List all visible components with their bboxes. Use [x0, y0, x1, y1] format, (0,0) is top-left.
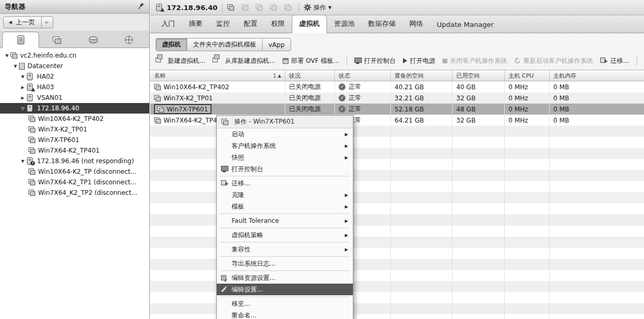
menu-item-export-logs[interactable]: 导出系统日志... — [217, 258, 353, 269]
expander-icon[interactable]: ▼ — [3, 53, 11, 58]
navigator-panel: 导航器 ◀ 上一页 ▶ ▼ vc2.heinfo.edu.cn ▼ Datace… — [0, 0, 150, 319]
tree-item-datacenter[interactable]: ▼ Datacenter — [0, 61, 149, 71]
menu-item-guest-os[interactable]: 客户机操作系统 ▶ — [217, 140, 353, 152]
tab-resource-pools[interactable]: 资源池 — [327, 15, 361, 33]
power-on-vm-icon[interactable] — [256, 4, 263, 11]
menu-item-power[interactable]: 启动 ▶ — [217, 128, 353, 140]
tab-getting-started[interactable]: 入门 — [155, 15, 182, 33]
vm-icon — [154, 84, 161, 90]
create-vm-icon[interactable] — [227, 4, 234, 11]
menu-item-open-console[interactable]: 打开控制台 — [217, 163, 353, 175]
table-row[interactable]: Win10X64-K2_TP402 已关闭电源 正常 40.21 GB 40 G… — [150, 81, 644, 92]
tab-datastores[interactable]: 数据存储 — [361, 15, 402, 33]
table-row-selected[interactable]: Win7X-TP601 已关闭电源 正常 52.18 GB 48 GB 0 MH… — [150, 104, 644, 115]
host-icon — [17, 35, 24, 44]
vm-icon — [28, 190, 35, 196]
tree-item-label: 172.18.96.46 (not responding) — [37, 157, 134, 165]
expander-icon[interactable]: ▶ — [19, 96, 26, 100]
header-actions-label: 操作 — [313, 3, 326, 12]
menu-item-snapshots[interactable]: 快照 ▶ — [217, 152, 353, 163]
context-menu-title: 操作 - Win7X-TP601 — [234, 117, 294, 126]
tree-item-172-18-96-40[interactable]: ▽ 172.18.96.40 — [0, 103, 149, 114]
tree-item-ha02[interactable]: ▼ HA02 — [0, 71, 149, 82]
tab-networking[interactable] — [111, 32, 147, 48]
subtab-vapp[interactable]: vApp — [263, 39, 291, 51]
tab-hosts-and-clusters[interactable] — [2, 32, 39, 48]
tab-vms-and-templates[interactable] — [39, 32, 75, 48]
migrate-icon — [221, 180, 228, 186]
tab-permissions[interactable]: 权限 — [264, 15, 292, 33]
expander-icon[interactable]: ▽ — [19, 106, 26, 111]
header-actions-button[interactable]: 操作 ▼ — [304, 3, 331, 12]
tree-item-vm[interactable]: Win7X64-K2_TP1 (disconnect... — [0, 177, 149, 187]
submenu-arrow-icon: ▶ — [345, 144, 348, 148]
tree-item-vm[interactable]: Win7X64_K2_TP2 (disconnect... — [0, 187, 149, 198]
submenu-arrow-icon: ▶ — [345, 204, 348, 209]
tab-summary[interactable]: 摘要 — [182, 15, 209, 33]
refresh-vm-icon[interactable] — [284, 4, 291, 11]
host-alert-icon — [27, 83, 33, 91]
tree-item-172-18-96-46[interactable]: ▼ 172.18.96.46 (not responding) — [0, 156, 149, 166]
column-header-host-cpu[interactable]: 主机 CPU — [505, 70, 550, 81]
tree-item-label: Win7X-TP601 — [38, 136, 80, 144]
tree-item-label: HA02 — [37, 73, 54, 80]
tab-vms[interactable]: 虚拟机 — [292, 15, 327, 33]
expander-icon[interactable]: ▶ — [19, 85, 26, 90]
subtab-virtual-machines[interactable]: 虚拟机 — [156, 39, 187, 51]
column-header-status[interactable]: 状态 — [335, 70, 391, 81]
tree-item-vsan01[interactable]: ▶ VSAN01 — [0, 92, 149, 103]
expander-icon[interactable]: ▼ — [12, 64, 19, 69]
new-vm-button[interactable]: 新建虚拟机... — [156, 57, 205, 65]
column-header-provisioned[interactable]: 置备的空间 — [391, 70, 453, 81]
tree-item-vm[interactable]: Win10X64-K2_TP (disconnect... — [0, 166, 149, 177]
migrate-button[interactable]: 迁移... — [600, 57, 629, 65]
new-vm-from-library-icon[interactable] — [242, 4, 248, 11]
submenu-arrow-icon: ▶ — [345, 219, 348, 223]
tree-item-label: HA03 — [37, 83, 54, 91]
menu-item-edit-settings[interactable]: 编辑设置... — [217, 284, 353, 295]
vm-subtab-group: 虚拟机 文件夹中的虚拟机模板 vApp — [156, 38, 291, 51]
tab-update-manager[interactable]: Update Manager — [430, 17, 501, 33]
menu-item-rename[interactable]: 重命名... — [217, 309, 353, 319]
tab-configure[interactable]: 配置 — [237, 15, 264, 33]
storage-icon — [89, 36, 98, 43]
pin-icon[interactable] — [138, 2, 145, 11]
menu-item-clone[interactable]: 克隆 ▶ — [217, 189, 353, 201]
subtab-vm-templates-in-folders[interactable]: 文件夹中的虚拟机模板 — [187, 39, 263, 51]
menu-item-vm-policies[interactable]: 虚拟机策略 ▶ — [217, 229, 353, 241]
back-button[interactable]: ◀ 上一页 — [3, 16, 42, 29]
tab-monitor[interactable]: 监控 — [209, 15, 237, 33]
column-header-used[interactable]: 已用空间 — [453, 70, 505, 81]
menu-item-compatibility[interactable]: 兼容性 ▶ — [217, 243, 353, 255]
tree-item-vcenter[interactable]: ▼ vc2.heinfo.edu.cn — [0, 50, 149, 61]
status-ok-icon — [339, 95, 345, 101]
new-vm-from-library-button[interactable]: 从库新建虚拟机... — [213, 57, 275, 65]
clone-vm-icon[interactable] — [270, 4, 277, 11]
deploy-ovf-button[interactable]: 部署 OVF 模板... — [283, 57, 339, 65]
power-on-button[interactable]: 打开电源 — [403, 57, 435, 65]
forward-button[interactable]: ▶ — [42, 16, 53, 29]
tree-item-vm[interactable]: Win7X64-K2_TP401 — [0, 145, 149, 156]
tree-item-vm[interactable]: Win7X-K2_TP01 — [0, 124, 149, 135]
tab-networks[interactable]: 网络 — [402, 15, 430, 33]
menu-item-edit-resource-settings[interactable]: 编辑资源设置... — [217, 272, 353, 284]
table-row[interactable]: Win7X-K2_TP01 已关闭电源 正常 32.21 GB 32 GB 0 … — [150, 92, 644, 104]
column-header-state[interactable]: 状况 — [285, 70, 335, 81]
console-icon — [354, 58, 361, 64]
column-header-host-mem[interactable]: 主机内存 — [550, 70, 644, 81]
menu-item-template[interactable]: 模板 ▶ — [217, 201, 353, 212]
menu-separator — [220, 256, 350, 257]
menu-item-migrate[interactable]: 迁移... — [217, 177, 353, 189]
tab-storage[interactable] — [75, 32, 111, 48]
open-console-button[interactable]: 打开控制台 — [354, 57, 396, 65]
menu-item-move-to[interactable]: 移至... — [217, 298, 353, 309]
tree-item-ha03[interactable]: ▶ HA03 — [0, 82, 149, 92]
expander-icon[interactable]: ▼ — [19, 159, 26, 164]
menu-item-fault-tolerance[interactable]: Fault Tolerance ▶ — [217, 215, 353, 227]
expander-icon[interactable]: ▼ — [19, 74, 26, 79]
table-header: 名称 1 ▲ 状况 状态 置备的空间 已用空间 主机 CPU 主机内存 — [150, 70, 644, 81]
tree-item-vm[interactable]: Win7X-TP601 — [0, 135, 149, 145]
menu-separator — [220, 228, 350, 228]
column-header-name[interactable]: 名称 1 ▲ — [150, 70, 285, 81]
tree-item-vm[interactable]: Win10X64-K2_TP402 — [0, 114, 149, 124]
